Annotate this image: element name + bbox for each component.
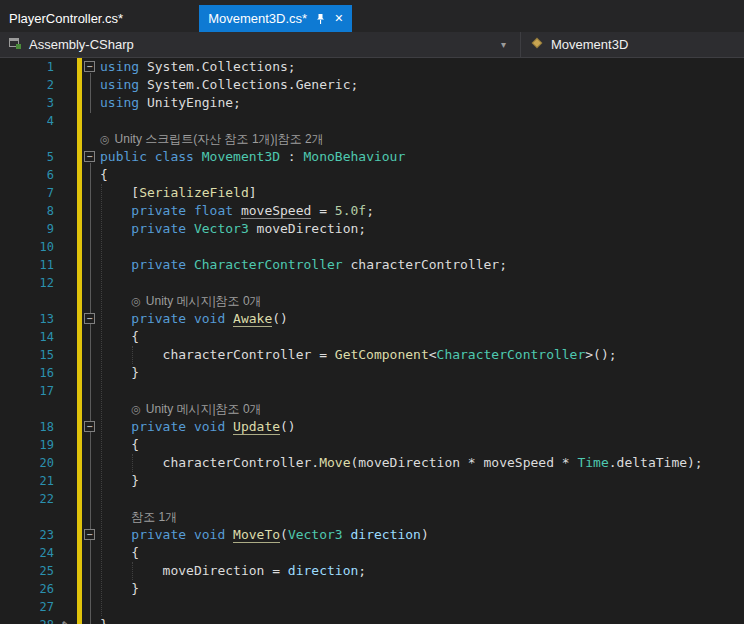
code-editor[interactable]: 1−using System.Collections;2using System… — [0, 58, 744, 624]
code-row[interactable]: 25 moveDirection = direction; — [0, 562, 744, 580]
codelens-row[interactable]: ◎Unity 메시지|참조 0개 — [0, 400, 744, 418]
line-number — [0, 400, 54, 418]
code-row[interactable]: 27 — [0, 598, 744, 616]
code-row[interactable]: 4 — [0, 112, 744, 130]
token — [186, 257, 194, 272]
fold-margin — [76, 346, 100, 364]
code-row[interactable]: 17 — [0, 382, 744, 400]
token: >(); — [585, 347, 616, 362]
code-row[interactable]: 10 — [0, 238, 744, 256]
code-text: private CharacterController characterCon… — [100, 256, 744, 274]
fold-toggle-icon[interactable]: − — [84, 313, 95, 324]
token — [100, 311, 131, 326]
fold-margin — [76, 274, 100, 292]
codelens-info[interactable]: ◎Unity 메시지|참조 0개 — [131, 400, 261, 418]
code-row[interactable]: 11 private CharacterController character… — [0, 256, 744, 274]
code-row[interactable]: 3using UnityEngine; — [0, 94, 744, 112]
code-row[interactable]: 13− private void Awake() — [0, 310, 744, 328]
token: System.Collections; — [139, 59, 296, 74]
type-dropdown[interactable]: Movement3D — [520, 32, 744, 57]
code-row[interactable]: 5−public class Movement3D : MonoBehaviou… — [0, 148, 744, 166]
codelens-text[interactable]: Unity 메시지|참조 0개 — [146, 400, 262, 418]
code-rows[interactable]: 1−using System.Collections;2using System… — [0, 58, 744, 624]
code-text: using System.Collections.Generic; — [100, 76, 744, 94]
codelens-text[interactable]: Unity 스크립트(자산 참조 1개)|참조 2개 — [115, 130, 324, 148]
fold-margin: − — [76, 148, 100, 166]
code-row[interactable]: 15 characterController = GetComponent<Ch… — [0, 346, 744, 364]
token: private — [131, 221, 186, 236]
line-number — [0, 130, 54, 148]
project-dropdown[interactable]: Assembly-CSharp ▾ — [0, 32, 520, 57]
tab-label: PlayerController.cs* — [9, 11, 123, 26]
fold-toggle-icon[interactable]: − — [84, 61, 95, 72]
codelens-row[interactable]: ◎Unity 메시지|참조 0개 — [0, 292, 744, 310]
token: ; — [358, 563, 366, 578]
token: } — [100, 617, 108, 624]
code-text — [100, 490, 744, 508]
glyph-margin — [54, 166, 76, 184]
code-row[interactable]: 24 { — [0, 544, 744, 562]
fold-margin — [76, 490, 100, 508]
code-row[interactable]: 21 } — [0, 472, 744, 490]
glyph-margin — [54, 130, 76, 148]
code-row[interactable]: 7 [SerializeField] — [0, 184, 744, 202]
fold-toggle-icon[interactable]: − — [84, 421, 95, 432]
token: moveDirection = — [100, 563, 288, 578]
code-row[interactable]: 16 } — [0, 364, 744, 382]
glyph-margin — [54, 418, 76, 436]
tab-movement3d[interactable]: Movement3D.cs* ✕ — [199, 5, 352, 32]
code-text: [SerializeField] — [100, 184, 744, 202]
codelens-info[interactable]: 참조 1개 — [131, 508, 177, 526]
fold-margin — [76, 76, 100, 94]
pin-icon[interactable] — [315, 13, 326, 25]
glyph-margin — [54, 256, 76, 274]
token: 5.0f — [335, 203, 366, 218]
code-row[interactable]: 23− private void MoveTo(Vector3 directio… — [0, 526, 744, 544]
fold-margin: − — [76, 418, 100, 436]
fold-margin — [76, 472, 100, 490]
codelens-text[interactable]: Unity 메시지|참조 0개 — [146, 292, 262, 310]
codelens-row[interactable]: ◎Unity 스크립트(자산 참조 1개)|참조 2개 — [0, 130, 744, 148]
close-icon[interactable]: ✕ — [334, 13, 343, 24]
code-text: ◎Unity 메시지|참조 0개 — [100, 400, 744, 418]
code-row[interactable]: 19 { — [0, 436, 744, 454]
code-row[interactable]: 12 — [0, 274, 744, 292]
token: Update — [233, 419, 280, 435]
tab-playercontroller[interactable]: PlayerController.cs* — [0, 5, 169, 32]
glyph-margin — [54, 148, 76, 166]
token — [343, 527, 351, 542]
token: System.Collections.Generic; — [139, 77, 358, 92]
token: moveSpeed — [241, 203, 311, 219]
fold-margin — [76, 166, 100, 184]
code-row[interactable]: 8 private float moveSpeed = 5.0f; — [0, 202, 744, 220]
codelens-text[interactable]: 참조 1개 — [131, 508, 177, 526]
token — [100, 203, 131, 218]
fold-toggle-icon[interactable]: − — [84, 529, 95, 540]
token: ( — [280, 527, 288, 542]
token — [225, 527, 233, 542]
fold-margin — [76, 382, 100, 400]
fold-toggle-icon[interactable]: − — [84, 151, 95, 162]
token — [233, 203, 241, 218]
codelens-row[interactable]: 참조 1개 — [0, 508, 744, 526]
code-row[interactable]: 26 } — [0, 580, 744, 598]
code-row[interactable]: 18− private void Update() — [0, 418, 744, 436]
fold-margin — [76, 400, 100, 418]
code-row[interactable]: 1−using System.Collections; — [0, 58, 744, 76]
code-row[interactable]: 22 — [0, 490, 744, 508]
glyph-margin — [54, 508, 76, 526]
code-row[interactable]: 14 { — [0, 328, 744, 346]
code-row[interactable]: 9 private Vector3 moveDirection; — [0, 220, 744, 238]
token: float — [194, 203, 233, 218]
fold-margin — [76, 562, 100, 580]
codelens-info[interactable]: ◎Unity 메시지|참조 0개 — [131, 292, 261, 310]
token: private — [131, 311, 186, 326]
line-number: 23 — [0, 526, 54, 544]
code-row[interactable]: 2using System.Collections.Generic; — [0, 76, 744, 94]
token — [225, 311, 233, 326]
code-row[interactable]: 28✎} — [0, 616, 744, 624]
navigation-bar: Assembly-CSharp ▾ Movement3D — [0, 32, 744, 58]
code-row[interactable]: 6{ — [0, 166, 744, 184]
code-row[interactable]: 20 characterController.Move(moveDirectio… — [0, 454, 744, 472]
codelens-info[interactable]: ◎Unity 스크립트(자산 참조 1개)|참조 2개 — [100, 130, 324, 148]
